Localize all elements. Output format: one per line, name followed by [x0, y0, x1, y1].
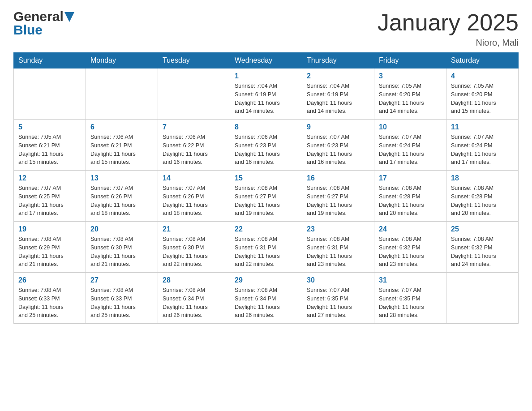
day-info: Sunrise: 7:04 AM Sunset: 6:19 PM Dayligh… [235, 82, 297, 116]
day-info: Sunrise: 7:08 AM Sunset: 6:28 PM Dayligh… [451, 184, 514, 218]
calendar-cell: 26Sunrise: 7:08 AM Sunset: 6:33 PM Dayli… [14, 273, 86, 324]
day-info: Sunrise: 7:08 AM Sunset: 6:30 PM Dayligh… [163, 235, 225, 269]
day-number: 8 [235, 123, 297, 131]
day-number: 10 [379, 123, 442, 131]
calendar-cell: 29Sunrise: 7:08 AM Sunset: 6:34 PM Dayli… [230, 273, 302, 324]
calendar-table: SundayMondayTuesdayWednesdayThursdayFrid… [13, 52, 519, 324]
day-info: Sunrise: 7:07 AM Sunset: 6:26 PM Dayligh… [90, 184, 153, 218]
calendar-cell: 12Sunrise: 7:07 AM Sunset: 6:25 PM Dayli… [14, 171, 86, 222]
calendar-cell: 23Sunrise: 7:08 AM Sunset: 6:31 PM Dayli… [302, 222, 374, 273]
calendar-cell: 13Sunrise: 7:07 AM Sunset: 6:26 PM Dayli… [86, 171, 158, 222]
day-info: Sunrise: 7:06 AM Sunset: 6:22 PM Dayligh… [163, 133, 225, 167]
day-number: 11 [451, 123, 514, 131]
day-number: 20 [90, 225, 153, 233]
day-info: Sunrise: 7:07 AM Sunset: 6:35 PM Dayligh… [307, 286, 369, 320]
day-info: Sunrise: 7:05 AM Sunset: 6:20 PM Dayligh… [379, 82, 442, 116]
logo-triangle-icon [64, 12, 74, 22]
day-number: 16 [307, 174, 369, 182]
calendar-cell: 5Sunrise: 7:05 AM Sunset: 6:21 PM Daylig… [14, 120, 86, 171]
day-info: Sunrise: 7:06 AM Sunset: 6:23 PM Dayligh… [235, 133, 297, 167]
day-info: Sunrise: 7:07 AM Sunset: 6:24 PM Dayligh… [379, 133, 442, 167]
calendar-header: SundayMondayTuesdayWednesdayThursdayFrid… [14, 53, 519, 68]
day-info: Sunrise: 7:08 AM Sunset: 6:30 PM Dayligh… [90, 235, 153, 269]
day-number: 22 [235, 225, 297, 233]
day-number: 30 [307, 276, 369, 284]
day-info: Sunrise: 7:07 AM Sunset: 6:24 PM Dayligh… [451, 133, 514, 167]
day-header-saturday: Saturday [446, 53, 519, 68]
calendar-cell: 19Sunrise: 7:08 AM Sunset: 6:29 PM Dayli… [14, 222, 86, 273]
calendar-cell: 15Sunrise: 7:08 AM Sunset: 6:27 PM Dayli… [230, 171, 302, 222]
calendar-cell: 18Sunrise: 7:08 AM Sunset: 6:28 PM Dayli… [446, 171, 519, 222]
calendar-cell: 9Sunrise: 7:07 AM Sunset: 6:23 PM Daylig… [302, 120, 374, 171]
calendar-week-4: 19Sunrise: 7:08 AM Sunset: 6:29 PM Dayli… [14, 222, 519, 273]
day-info: Sunrise: 7:07 AM Sunset: 6:25 PM Dayligh… [18, 184, 81, 218]
calendar-cell: 27Sunrise: 7:08 AM Sunset: 6:33 PM Dayli… [86, 273, 158, 324]
calendar-week-1: 1Sunrise: 7:04 AM Sunset: 6:19 PM Daylig… [14, 68, 519, 120]
day-number: 21 [163, 225, 225, 233]
day-info: Sunrise: 7:07 AM Sunset: 6:35 PM Dayligh… [379, 286, 442, 320]
day-info: Sunrise: 7:06 AM Sunset: 6:21 PM Dayligh… [90, 133, 153, 167]
day-info: Sunrise: 7:08 AM Sunset: 6:33 PM Dayligh… [18, 286, 81, 320]
calendar-cell [446, 273, 519, 324]
day-info: Sunrise: 7:08 AM Sunset: 6:31 PM Dayligh… [235, 235, 297, 269]
logo: General Blue [13, 9, 74, 38]
day-header-thursday: Thursday [302, 53, 374, 68]
day-number: 14 [163, 174, 225, 182]
day-number: 19 [18, 225, 81, 233]
calendar-cell: 6Sunrise: 7:06 AM Sunset: 6:21 PM Daylig… [86, 120, 158, 171]
day-number: 31 [379, 276, 442, 284]
day-number: 24 [379, 225, 442, 233]
day-header-sunday: Sunday [14, 53, 86, 68]
svg-marker-0 [64, 12, 74, 22]
calendar-week-2: 5Sunrise: 7:05 AM Sunset: 6:21 PM Daylig… [14, 120, 519, 171]
day-info: Sunrise: 7:07 AM Sunset: 6:23 PM Dayligh… [307, 133, 369, 167]
day-number: 6 [90, 123, 153, 131]
logo-general-text: General [13, 9, 64, 24]
day-number: 27 [90, 276, 153, 284]
day-header-friday: Friday [374, 53, 446, 68]
calendar-cell: 16Sunrise: 7:08 AM Sunset: 6:27 PM Dayli… [302, 171, 374, 222]
calendar-cell: 11Sunrise: 7:07 AM Sunset: 6:24 PM Dayli… [446, 120, 519, 171]
calendar-cell: 31Sunrise: 7:07 AM Sunset: 6:35 PM Dayli… [374, 273, 446, 324]
day-number: 28 [163, 276, 225, 284]
day-number: 3 [379, 72, 442, 80]
calendar-week-5: 26Sunrise: 7:08 AM Sunset: 6:33 PM Dayli… [14, 273, 519, 324]
day-number: 4 [451, 72, 514, 80]
header-row: SundayMondayTuesdayWednesdayThursdayFrid… [14, 53, 519, 68]
calendar-cell: 8Sunrise: 7:06 AM Sunset: 6:23 PM Daylig… [230, 120, 302, 171]
day-info: Sunrise: 7:05 AM Sunset: 6:21 PM Dayligh… [18, 133, 81, 167]
day-number: 18 [451, 174, 514, 182]
day-info: Sunrise: 7:07 AM Sunset: 6:26 PM Dayligh… [163, 184, 225, 218]
month-title: January 2025 [378, 9, 519, 36]
calendar-cell: 2Sunrise: 7:04 AM Sunset: 6:19 PM Daylig… [302, 68, 374, 120]
day-info: Sunrise: 7:08 AM Sunset: 6:32 PM Dayligh… [451, 235, 514, 269]
day-info: Sunrise: 7:08 AM Sunset: 6:34 PM Dayligh… [235, 286, 297, 320]
calendar-cell: 14Sunrise: 7:07 AM Sunset: 6:26 PM Dayli… [158, 171, 230, 222]
calendar-cell [158, 68, 230, 120]
calendar-cell: 25Sunrise: 7:08 AM Sunset: 6:32 PM Dayli… [446, 222, 519, 273]
day-info: Sunrise: 7:04 AM Sunset: 6:19 PM Dayligh… [307, 82, 369, 116]
calendar-body: 1Sunrise: 7:04 AM Sunset: 6:19 PM Daylig… [14, 68, 519, 324]
day-number: 9 [307, 123, 369, 131]
day-info: Sunrise: 7:08 AM Sunset: 6:33 PM Dayligh… [90, 286, 153, 320]
calendar-cell: 20Sunrise: 7:08 AM Sunset: 6:30 PM Dayli… [86, 222, 158, 273]
calendar-cell: 7Sunrise: 7:06 AM Sunset: 6:22 PM Daylig… [158, 120, 230, 171]
calendar-cell: 10Sunrise: 7:07 AM Sunset: 6:24 PM Dayli… [374, 120, 446, 171]
day-header-wednesday: Wednesday [230, 53, 302, 68]
day-info: Sunrise: 7:08 AM Sunset: 6:27 PM Dayligh… [307, 184, 369, 218]
day-number: 17 [379, 174, 442, 182]
day-info: Sunrise: 7:08 AM Sunset: 6:31 PM Dayligh… [307, 235, 369, 269]
location: Nioro, Mali [378, 38, 519, 48]
day-info: Sunrise: 7:08 AM Sunset: 6:28 PM Dayligh… [379, 184, 442, 218]
day-info: Sunrise: 7:08 AM Sunset: 6:32 PM Dayligh… [379, 235, 442, 269]
day-info: Sunrise: 7:08 AM Sunset: 6:29 PM Dayligh… [18, 235, 81, 269]
day-info: Sunrise: 7:08 AM Sunset: 6:34 PM Dayligh… [163, 286, 225, 320]
day-number: 13 [90, 174, 153, 182]
day-number: 1 [235, 72, 297, 80]
calendar-cell: 24Sunrise: 7:08 AM Sunset: 6:32 PM Dayli… [374, 222, 446, 273]
day-header-tuesday: Tuesday [158, 53, 230, 68]
calendar-cell: 22Sunrise: 7:08 AM Sunset: 6:31 PM Dayli… [230, 222, 302, 273]
day-number: 15 [235, 174, 297, 182]
calendar-cell: 4Sunrise: 7:05 AM Sunset: 6:20 PM Daylig… [446, 68, 519, 120]
logo-blue-text: Blue [13, 22, 43, 38]
